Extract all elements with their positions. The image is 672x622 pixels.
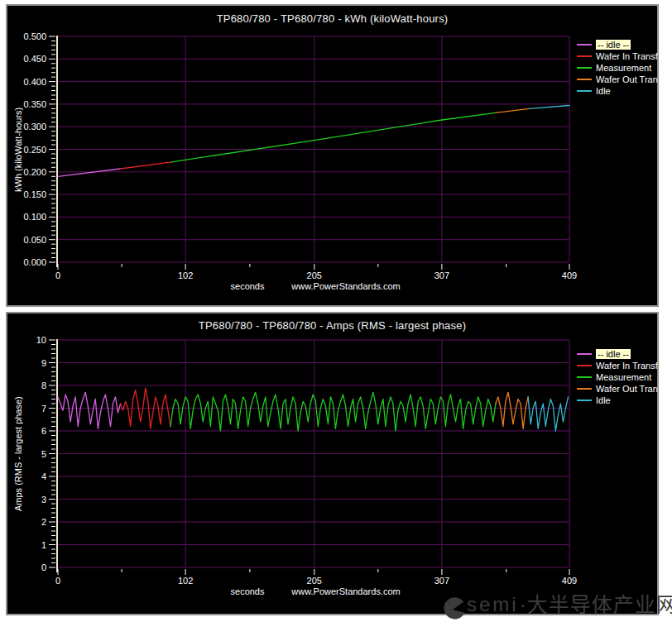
- legend-item: -- idle --: [577, 39, 660, 50]
- legend-label: Wafer Out Tran: [596, 74, 658, 84]
- y-tick-label: 0.350: [23, 99, 46, 109]
- trace-idle: [528, 397, 568, 431]
- trace-wafer-out-tran: [496, 392, 528, 428]
- y-tick-label: 0.150: [23, 189, 46, 199]
- legend-label: -- idle --: [596, 349, 631, 359]
- legend-item: Measurement: [577, 62, 660, 73]
- x-tick-label: 307: [434, 576, 449, 586]
- legend-label: Wafer In Transf: [596, 361, 658, 371]
- legend-item: Idle: [577, 395, 660, 405]
- y-tick-label: 0: [41, 562, 46, 572]
- x-tick-label: 205: [307, 576, 322, 586]
- y-tick-label: 10: [36, 335, 46, 345]
- legend-line-swatch: [577, 388, 592, 390]
- y-tick-label: 9: [41, 358, 46, 368]
- y-tick-label: 0.450: [23, 54, 46, 64]
- trace-measurement: [170, 392, 496, 431]
- legend-item: Wafer In Transf: [577, 50, 660, 61]
- legend-label: Measurement: [596, 372, 651, 382]
- y-tick-label: 0.300: [23, 122, 46, 132]
- x-tick-label: 0: [55, 576, 60, 586]
- x-tick-label: 0: [55, 270, 60, 280]
- legend: -- idle --Wafer In TransfMeasurementWafe…: [577, 39, 660, 97]
- legend-line-swatch: [577, 79, 592, 80]
- legend-label: -- idle --: [596, 40, 631, 50]
- kwh-chart-panel: 0.0000.0500.1000.1500.2000.2500.3000.350…: [6, 4, 659, 307]
- x-axis-label: seconds: [231, 281, 265, 291]
- y-tick-label: 7: [41, 404, 46, 414]
- legend-line-swatch: [577, 365, 592, 366]
- x-tick-label: 409: [562, 576, 577, 586]
- trace-wafer-out-tran: [496, 108, 530, 112]
- watermark-brand: semi: [467, 592, 519, 617]
- legend: -- idle --Wafer In TransfMeasurementWafe…: [577, 348, 660, 406]
- legend-label: Wafer In Transf: [596, 51, 658, 61]
- y-tick-label: 1: [41, 540, 46, 550]
- amps-plot-canvas: 0123456789100102205307409: [7, 313, 657, 614]
- y-tick-label: 8: [41, 380, 46, 390]
- footer-note: www.PowerStandards.com: [291, 281, 400, 291]
- y-tick-label: 0.400: [23, 77, 46, 87]
- x-tick-label: 102: [178, 270, 193, 280]
- trace-measurement: [172, 112, 496, 162]
- y-tick-label: 2: [41, 517, 46, 527]
- y-tick-label: 4: [41, 471, 46, 481]
- legend-label: Wafer Out Tran: [596, 384, 658, 394]
- legend-item: Measurement: [577, 371, 660, 382]
- chart-title: TP680/780 - TP680/780 - kWh (kiloWatt-ho…: [7, 12, 657, 25]
- legend-line-swatch: [577, 400, 592, 401]
- x-tick-label: 205: [307, 270, 322, 280]
- legend-item: Wafer In Transf: [577, 360, 660, 371]
- y-tick-label: 0.100: [23, 212, 46, 222]
- watermark-separator: ·: [520, 592, 526, 617]
- legend-line-swatch: [577, 55, 592, 57]
- legend-item: Wafer Out Tran: [577, 74, 660, 84]
- y-tick-label: 0.200: [23, 167, 46, 177]
- y-tick-label: 3: [41, 495, 46, 505]
- trace-idle: [530, 106, 569, 109]
- trace-idle: [58, 169, 121, 176]
- x-tick-label: 307: [434, 270, 449, 280]
- legend-label: Idle: [596, 395, 611, 405]
- legend-line-swatch: [577, 90, 592, 92]
- trace-wafer-in-transf: [121, 162, 172, 169]
- report-page: 0.0000.0500.1000.1500.2000.2500.3000.350…: [0, 0, 672, 622]
- y-tick-label: 0.050: [23, 235, 46, 245]
- watermark: semi · 大半导体产业网: [440, 592, 672, 621]
- x-axis-label: seconds: [231, 586, 265, 596]
- x-tick-label: 409: [562, 270, 577, 280]
- legend-item: Idle: [577, 85, 660, 96]
- y-tick-label: 0.000: [23, 257, 46, 267]
- y-tick-label: 5: [41, 449, 46, 459]
- y-tick-label: 6: [41, 426, 46, 436]
- y-tick-label: 0.250: [23, 145, 46, 155]
- legend-item: -- idle --: [577, 348, 660, 359]
- footer-note: www.PowerStandards.com: [291, 586, 400, 596]
- y-tick-label: 0.500: [23, 31, 46, 41]
- kwh-plot-canvas: 0.0000.0500.1000.1500.2000.2500.3000.350…: [7, 6, 657, 305]
- chart-title: TP680/780 - TP680/780 - Amps (RMS - larg…: [7, 319, 657, 332]
- x-tick-label: 102: [178, 576, 193, 586]
- watermark-swoosh-icon: [440, 596, 465, 621]
- y-axis-label: Amps (RMS - largest phase): [12, 340, 25, 567]
- legend-line-swatch: [577, 353, 592, 355]
- watermark-text: 大半导体产业网: [527, 592, 672, 617]
- legend-label: Measurement: [596, 63, 651, 73]
- legend-line-swatch: [577, 67, 592, 69]
- y-axis-label: kWh (kiloWatt-hours): [12, 36, 25, 262]
- legend-line-swatch: [577, 44, 592, 45]
- amps-chart-panel: 0123456789100102205307409 TP680/780 - TP…: [6, 312, 659, 615]
- legend-label: Idle: [596, 86, 611, 96]
- legend-line-swatch: [577, 376, 592, 378]
- legend-item: Wafer Out Tran: [577, 383, 660, 394]
- trace-idle: [58, 392, 121, 428]
